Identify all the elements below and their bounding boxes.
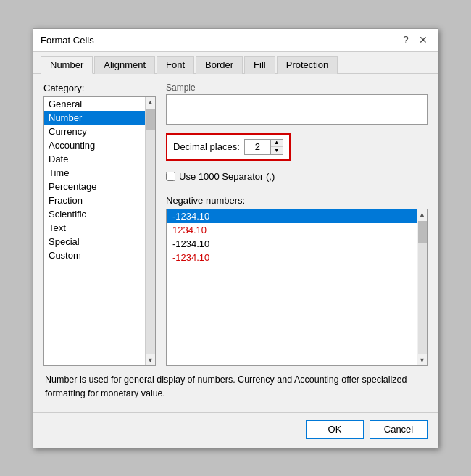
- format-cells-dialog: Format Cells ? ✕ Number Alignment Font B…: [33, 28, 438, 448]
- category-item-number[interactable]: Number: [44, 111, 145, 125]
- neg-scroll-up[interactable]: ▲: [417, 209, 427, 220]
- dialog-footer: OK Cancel: [33, 412, 438, 448]
- neg-scroll-track: [418, 221, 427, 354]
- category-item-accounting[interactable]: Accounting: [44, 138, 145, 152]
- category-list-container: General Number Currency Accounting Date …: [43, 96, 156, 367]
- separator-label: Use 1000 Separator (,): [179, 171, 275, 182]
- category-label: Category:: [43, 83, 156, 93]
- tab-fill[interactable]: Fill: [244, 56, 275, 74]
- negative-label: Negative numbers:: [166, 195, 428, 206]
- negative-section: Negative numbers: -1234.10 1234.10 -1234…: [166, 193, 428, 367]
- decimal-label: Decimal places:: [173, 141, 240, 152]
- sample-value-box: [166, 94, 428, 125]
- scroll-track: [146, 109, 155, 354]
- sample-value: [172, 99, 421, 112]
- category-list: General Number Currency Accounting Date …: [44, 97, 145, 366]
- category-item-fraction[interactable]: Fraction: [44, 193, 145, 207]
- negative-item-1[interactable]: 1234.10: [167, 223, 417, 237]
- category-item-custom[interactable]: Custom: [44, 249, 145, 262]
- title-bar: Format Cells ? ✕: [33, 29, 438, 52]
- category-item-scientific[interactable]: Scientific: [44, 207, 145, 221]
- separator-row: Use 1000 Separator (,): [166, 171, 428, 182]
- tab-alignment[interactable]: Alignment: [94, 56, 155, 74]
- scroll-up-arrow[interactable]: ▲: [146, 97, 155, 107]
- close-button[interactable]: ✕: [416, 33, 430, 47]
- tab-content: Category: General Number Currency Accoun…: [33, 74, 438, 412]
- category-item-text[interactable]: Text: [44, 221, 145, 235]
- category-item-date[interactable]: Date: [44, 152, 145, 166]
- separator-checkbox-label[interactable]: Use 1000 Separator (,): [166, 171, 275, 182]
- tab-number[interactable]: Number: [41, 56, 93, 74]
- tab-protection[interactable]: Protection: [277, 56, 338, 74]
- decimal-section: Decimal places: ▲ ▼: [166, 133, 428, 161]
- help-button[interactable]: ?: [399, 33, 413, 47]
- category-scrollbar[interactable]: ▲ ▼: [145, 97, 155, 366]
- ok-button[interactable]: OK: [306, 420, 364, 439]
- cancel-button[interactable]: Cancel: [370, 420, 428, 439]
- category-item-time[interactable]: Time: [44, 166, 145, 180]
- category-item-general[interactable]: General: [44, 97, 145, 111]
- decimal-spin-up[interactable]: ▲: [271, 140, 283, 147]
- dialog-title: Format Cells: [41, 35, 94, 46]
- decimal-spinners: ▲ ▼: [270, 139, 283, 155]
- negative-item-3[interactable]: -1234.10: [167, 251, 417, 264]
- negative-list-container: -1234.10 1234.10 -1234.10 -1234.10 ▲ ▼: [166, 209, 428, 367]
- decimal-input-wrap: ▲ ▼: [244, 139, 283, 155]
- main-area: Category: General Number Currency Accoun…: [43, 83, 428, 367]
- scroll-thumb: [146, 109, 155, 130]
- right-panel: Sample Decimal places: ▲ ▼: [166, 83, 428, 367]
- category-panel: Category: General Number Currency Accoun…: [43, 83, 156, 367]
- negative-scrollbar[interactable]: ▲ ▼: [417, 209, 427, 366]
- tab-border[interactable]: Border: [196, 56, 243, 74]
- decimal-box: Decimal places: ▲ ▼: [166, 133, 291, 161]
- description-text: Number is used for general display of nu…: [43, 366, 428, 404]
- scroll-down-arrow[interactable]: ▼: [146, 355, 155, 365]
- decimal-spin-down[interactable]: ▼: [271, 146, 283, 154]
- neg-scroll-down[interactable]: ▼: [417, 355, 427, 365]
- tab-font[interactable]: Font: [157, 56, 194, 74]
- category-item-currency[interactable]: Currency: [44, 125, 145, 138]
- title-bar-controls: ? ✕: [399, 33, 430, 47]
- negative-item-0[interactable]: -1234.10: [167, 209, 417, 223]
- neg-scroll-thumb: [418, 221, 427, 243]
- category-item-special[interactable]: Special: [44, 235, 145, 249]
- negative-item-2[interactable]: -1234.10: [167, 237, 417, 251]
- sample-label: Sample: [166, 83, 428, 93]
- negative-list: -1234.10 1234.10 -1234.10 -1234.10: [167, 209, 417, 366]
- category-item-percentage[interactable]: Percentage: [44, 180, 145, 193]
- tab-bar: Number Alignment Font Border Fill Protec…: [33, 52, 438, 74]
- separator-checkbox[interactable]: [166, 172, 175, 181]
- sample-section: Sample: [166, 83, 428, 125]
- decimal-input[interactable]: [244, 139, 270, 155]
